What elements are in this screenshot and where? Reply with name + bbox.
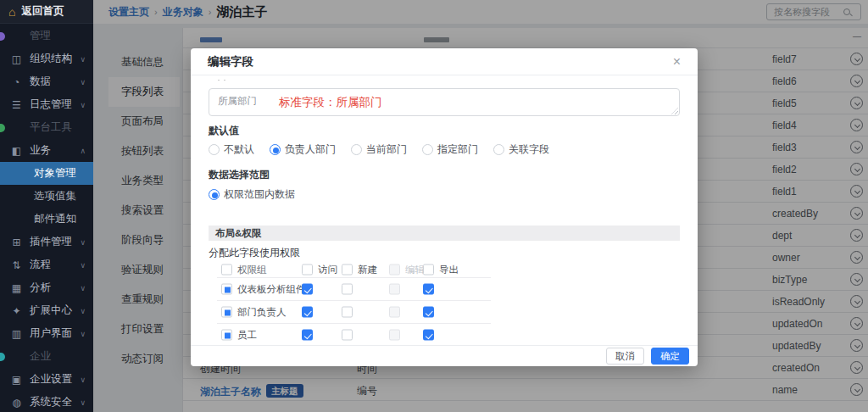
- permission-row-员工: 员工: [217, 324, 491, 345]
- annotation-text: 标准字段：所属部门: [279, 95, 382, 110]
- sidebar-item-管理[interactable]: 管理: [0, 25, 93, 47]
- sidebar-item-label: 平台工具: [30, 120, 72, 135]
- sidebar: ⌂ 返回首页 管理◫组织结构∨◔数据∨☰日志管理∨平台工具◧业务∧对象管理选项值…: [0, 0, 93, 412]
- perm-cell: [342, 307, 353, 318]
- checkbox-indeterminate-icon[interactable]: [221, 284, 232, 295]
- admin-dot-icon: [0, 32, 5, 41]
- checkbox-icon[interactable]: [342, 330, 353, 341]
- business-icon: ◧: [10, 145, 23, 157]
- field-label-value: 所属部门: [218, 96, 257, 106]
- sidebar-item-流程[interactable]: ⇅流程∨: [0, 253, 93, 276]
- field-label-textarea[interactable]: 所属部门 标准字段：所属部门: [209, 88, 680, 116]
- chevron-down-icon: ∨: [80, 55, 86, 64]
- perm-group-label: 仪表板分析组件: [237, 283, 306, 296]
- ui-icon: ▥: [10, 328, 23, 340]
- checkbox-icon[interactable]: [342, 284, 353, 295]
- permission-table: 权限组访问新建编辑导出仪表板分析组件部门负责人员工部门管理员: [217, 262, 491, 345]
- radio-icon[interactable]: [209, 144, 220, 155]
- sidebar-item-系统安全[interactable]: ◍系统安全∨: [0, 391, 93, 412]
- home-icon: ⌂: [8, 6, 15, 18]
- data-scope-options: 权限范围内数据: [209, 188, 680, 200]
- perm-cell: [342, 284, 353, 295]
- radio-label: 关联字段: [509, 142, 549, 157]
- radio-icon[interactable]: [422, 144, 433, 155]
- sidebar-item-分析[interactable]: ▦分析∨: [0, 276, 93, 299]
- perm-cell: [423, 330, 434, 341]
- enterprise-settings-icon: ▣: [10, 374, 23, 386]
- checkbox-icon[interactable]: [302, 264, 313, 276]
- radio-checked-icon[interactable]: [270, 144, 281, 155]
- perm-col-label: 导出: [439, 264, 459, 276]
- permission-header-row: 权限组访问新建编辑导出: [217, 262, 491, 278]
- radio-option-不默认[interactable]: 不默认: [209, 142, 254, 157]
- org-icon: ◫: [10, 53, 23, 65]
- checkbox-icon[interactable]: [342, 264, 353, 276]
- ok-button[interactable]: 确定: [651, 348, 689, 365]
- back-home[interactable]: ⌂ 返回首页: [0, 0, 93, 24]
- perm-col-label: 编辑: [405, 264, 425, 276]
- radio-label: 权限范围内数据: [224, 187, 295, 202]
- checkbox-indeterminate-icon[interactable]: [221, 330, 232, 341]
- radio-label: 负责人部门: [285, 142, 336, 157]
- checkbox-icon[interactable]: [221, 264, 232, 276]
- chevron-down-icon: ∨: [80, 330, 86, 338]
- close-icon[interactable]: ×: [673, 55, 681, 69]
- sidebar-item-日志管理[interactable]: ☰日志管理∨: [0, 93, 93, 116]
- radio-icon[interactable]: [351, 144, 362, 155]
- clipped-label-artifact: [217, 79, 232, 81]
- perm-col-label: 新建: [358, 264, 377, 276]
- back-home-label: 返回首页: [21, 4, 64, 19]
- radio-option-负责人部门[interactable]: 负责人部门: [270, 142, 336, 157]
- analysis-icon: ▦: [10, 282, 23, 294]
- sidebar-item-数据[interactable]: ◔数据∨: [0, 70, 93, 93]
- checkbox-checked-icon[interactable]: [302, 307, 313, 318]
- radio-option-关联字段[interactable]: 关联字段: [493, 142, 549, 157]
- checkbox-checked-icon[interactable]: [423, 284, 434, 295]
- flow-icon: ⇅: [10, 259, 23, 271]
- sidebar-item-label: 管理: [30, 29, 51, 43]
- assign-permission-label: 分配此字段使用权限: [209, 242, 680, 260]
- sidebar-item-组织结构[interactable]: ◫组织结构∨: [0, 47, 93, 70]
- perm-col-label: 权限组: [237, 264, 267, 276]
- perm-col-新建: 新建: [342, 264, 377, 276]
- sidebar-item-企业[interactable]: 企业: [0, 345, 93, 368]
- checkbox-checked-icon[interactable]: [423, 307, 434, 318]
- sidebar-item-用户界面[interactable]: ▥用户界面∨: [0, 322, 93, 345]
- sidebar-item-选项值集[interactable]: 选项值集: [0, 185, 93, 208]
- sidebar-item-label: 扩展中心: [30, 303, 72, 318]
- radio-checked-icon[interactable]: [209, 189, 220, 200]
- perm-cell: [302, 284, 313, 295]
- perm-cell: [389, 284, 400, 295]
- sidebar-item-对象管理[interactable]: 对象管理: [0, 162, 93, 185]
- sidebar-item-插件管理[interactable]: ⊞插件管理∨: [0, 231, 93, 253]
- sidebar-item-邮件通知[interactable]: 邮件通知: [0, 208, 93, 231]
- sidebar-item-label: 系统安全: [30, 395, 72, 409]
- chevron-down-icon: ∨: [80, 284, 86, 292]
- cancel-button[interactable]: 取消: [606, 348, 644, 365]
- checkbox-icon[interactable]: [423, 264, 434, 276]
- sidebar-item-企业设置[interactable]: ▣企业设置∨: [0, 368, 93, 391]
- modal-title: 编辑字段: [208, 54, 253, 70]
- perm-cell: [389, 330, 400, 341]
- checkbox-checked-icon[interactable]: [302, 330, 313, 341]
- checkbox-checked-icon[interactable]: [423, 330, 434, 341]
- permission-row-部门负责人: 部门负责人: [217, 301, 491, 324]
- radio-option-当前部门[interactable]: 当前部门: [351, 142, 407, 157]
- resize-grip-icon[interactable]: [671, 108, 678, 114]
- chevron-down-icon: ∨: [80, 307, 86, 315]
- sidebar-item-业务[interactable]: ◧业务∧: [0, 139, 93, 162]
- layout-permission-bar: 布局&权限: [209, 225, 680, 241]
- data-scope-label: 数据选择范围: [209, 168, 680, 182]
- checkbox-icon[interactable]: [342, 307, 353, 318]
- perm-group-cell: 部门负责人: [221, 306, 287, 319]
- radio-option-指定部门[interactable]: 指定部门: [422, 142, 478, 157]
- perm-group-cell: 仪表板分析组件: [221, 283, 306, 296]
- checkbox-checked-icon[interactable]: [302, 284, 313, 295]
- sidebar-item-label: 流程: [30, 258, 51, 272]
- radio-option-权限范围内数据[interactable]: 权限范围内数据: [209, 187, 295, 202]
- checkbox-indeterminate-icon[interactable]: [221, 307, 232, 318]
- radio-icon[interactable]: [493, 144, 504, 155]
- sidebar-item-平台工具[interactable]: 平台工具: [0, 116, 93, 139]
- sidebar-item-扩展中心[interactable]: ✦扩展中心∨: [0, 299, 93, 322]
- sidebar-item-label: 分析: [30, 281, 51, 295]
